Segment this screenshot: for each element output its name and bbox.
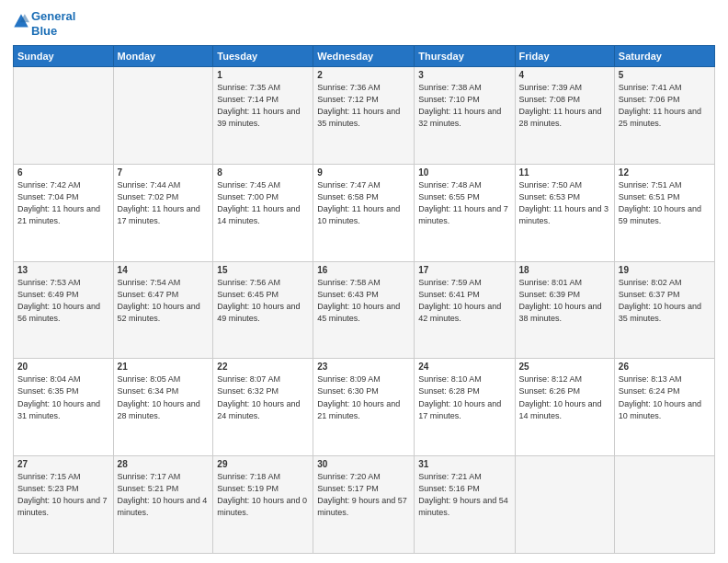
day-info: Sunrise: 7:39 AM Sunset: 7:08 PM Dayligh… (519, 82, 610, 130)
calendar-cell: 9Sunrise: 7:47 AM Sunset: 6:58 PM Daylig… (313, 164, 415, 261)
day-info: Sunrise: 7:42 AM Sunset: 7:04 PM Dayligh… (17, 179, 109, 227)
calendar-cell: 30Sunrise: 7:20 AM Sunset: 5:17 PM Dayli… (313, 456, 415, 554)
weekday-header: Friday (515, 46, 614, 67)
day-number: 15 (217, 265, 309, 275)
calendar-cell: 6Sunrise: 7:42 AM Sunset: 7:04 PM Daylig… (14, 164, 114, 261)
day-number: 7 (118, 167, 210, 178)
day-info: Sunrise: 7:59 AM Sunset: 6:41 PM Dayligh… (418, 277, 510, 325)
day-number: 9 (317, 167, 410, 178)
calendar-cell: 18Sunrise: 8:01 AM Sunset: 6:39 PM Dayli… (515, 261, 614, 359)
day-number: 24 (418, 362, 510, 372)
day-info: Sunrise: 8:10 AM Sunset: 6:28 PM Dayligh… (418, 373, 510, 421)
calendar-cell: 17Sunrise: 7:59 AM Sunset: 6:41 PM Dayli… (415, 261, 515, 359)
day-number: 1 (217, 70, 309, 80)
header: General Blue (13, 9, 715, 38)
day-number: 14 (118, 265, 210, 275)
day-info: Sunrise: 7:48 AM Sunset: 6:55 PM Dayligh… (418, 179, 510, 227)
day-info: Sunrise: 7:50 AM Sunset: 6:53 PM Dayligh… (519, 179, 610, 227)
calendar-cell: 29Sunrise: 7:18 AM Sunset: 5:19 PM Dayli… (213, 456, 313, 554)
day-info: Sunrise: 7:18 AM Sunset: 5:19 PM Dayligh… (217, 471, 309, 519)
day-number: 6 (17, 167, 109, 178)
day-number: 28 (118, 459, 210, 469)
day-info: Sunrise: 7:45 AM Sunset: 7:00 PM Dayligh… (217, 179, 309, 227)
weekday-header: Thursday (415, 46, 515, 67)
day-info: Sunrise: 8:02 AM Sunset: 6:37 PM Dayligh… (619, 277, 711, 325)
day-number: 25 (519, 362, 610, 372)
day-info: Sunrise: 7:20 AM Sunset: 5:17 PM Dayligh… (317, 471, 410, 519)
weekday-header: Wednesday (313, 46, 415, 67)
day-number: 12 (619, 167, 711, 178)
day-info: Sunrise: 7:53 AM Sunset: 6:49 PM Dayligh… (17, 277, 109, 325)
day-info: Sunrise: 7:38 AM Sunset: 7:10 PM Dayligh… (418, 82, 510, 130)
day-info: Sunrise: 8:09 AM Sunset: 6:30 PM Dayligh… (317, 373, 410, 421)
calendar-cell: 23Sunrise: 8:09 AM Sunset: 6:30 PM Dayli… (313, 359, 415, 456)
day-info: Sunrise: 8:12 AM Sunset: 6:26 PM Dayligh… (519, 373, 610, 421)
day-number: 29 (217, 459, 309, 469)
day-info: Sunrise: 7:36 AM Sunset: 7:12 PM Dayligh… (317, 82, 410, 130)
calendar-cell: 4Sunrise: 7:39 AM Sunset: 7:08 PM Daylig… (515, 67, 614, 165)
day-number: 5 (619, 70, 711, 80)
day-number: 22 (217, 362, 309, 372)
calendar-cell: 27Sunrise: 7:15 AM Sunset: 5:23 PM Dayli… (14, 456, 114, 554)
calendar-cell (113, 67, 213, 165)
day-number: 8 (217, 167, 309, 178)
day-number: 20 (17, 362, 109, 372)
day-number: 4 (519, 70, 610, 80)
calendar-cell: 21Sunrise: 8:05 AM Sunset: 6:34 PM Dayli… (113, 359, 213, 456)
calendar-cell (614, 456, 714, 554)
day-number: 23 (317, 362, 410, 372)
day-number: 21 (118, 362, 210, 372)
day-number: 31 (418, 459, 510, 469)
calendar-cell: 5Sunrise: 7:41 AM Sunset: 7:06 PM Daylig… (614, 67, 714, 165)
day-info: Sunrise: 8:07 AM Sunset: 6:32 PM Dayligh… (217, 373, 309, 421)
weekday-header: Sunday (14, 46, 114, 67)
calendar-cell: 22Sunrise: 8:07 AM Sunset: 6:32 PM Dayli… (213, 359, 313, 456)
day-number: 26 (619, 362, 711, 372)
calendar-cell: 8Sunrise: 7:45 AM Sunset: 7:00 PM Daylig… (213, 164, 313, 261)
day-number: 19 (619, 265, 711, 275)
calendar-cell (515, 456, 614, 554)
weekday-header: Monday (113, 46, 213, 67)
day-number: 3 (418, 70, 510, 80)
day-info: Sunrise: 8:01 AM Sunset: 6:39 PM Dayligh… (519, 277, 610, 325)
calendar-cell: 16Sunrise: 7:58 AM Sunset: 6:43 PM Dayli… (313, 261, 415, 359)
calendar-cell: 26Sunrise: 8:13 AM Sunset: 6:24 PM Dayli… (614, 359, 714, 456)
day-number: 17 (418, 265, 510, 275)
calendar-cell (14, 67, 114, 165)
day-number: 13 (17, 265, 109, 275)
day-info: Sunrise: 7:58 AM Sunset: 6:43 PM Dayligh… (317, 277, 410, 325)
calendar-cell: 14Sunrise: 7:54 AM Sunset: 6:47 PM Dayli… (113, 261, 213, 359)
calendar-cell: 1Sunrise: 7:35 AM Sunset: 7:14 PM Daylig… (213, 67, 313, 165)
day-number: 18 (519, 265, 610, 275)
calendar-cell: 31Sunrise: 7:21 AM Sunset: 5:16 PM Dayli… (415, 456, 515, 554)
calendar-cell: 3Sunrise: 7:38 AM Sunset: 7:10 PM Daylig… (415, 67, 515, 165)
calendar-cell: 19Sunrise: 8:02 AM Sunset: 6:37 PM Dayli… (614, 261, 714, 359)
calendar-cell: 7Sunrise: 7:44 AM Sunset: 7:02 PM Daylig… (113, 164, 213, 261)
day-info: Sunrise: 7:41 AM Sunset: 7:06 PM Dayligh… (619, 82, 711, 130)
weekday-header: Tuesday (213, 46, 313, 67)
day-number: 27 (17, 459, 109, 469)
day-number: 30 (317, 459, 410, 469)
day-number: 11 (519, 167, 610, 178)
calendar-cell: 10Sunrise: 7:48 AM Sunset: 6:55 PM Dayli… (415, 164, 515, 261)
calendar-cell: 13Sunrise: 7:53 AM Sunset: 6:49 PM Dayli… (14, 261, 114, 359)
logo: General Blue (13, 9, 75, 38)
day-info: Sunrise: 8:13 AM Sunset: 6:24 PM Dayligh… (619, 373, 711, 421)
day-info: Sunrise: 7:17 AM Sunset: 5:21 PM Dayligh… (118, 471, 210, 519)
calendar-cell: 24Sunrise: 8:10 AM Sunset: 6:28 PM Dayli… (415, 359, 515, 456)
day-info: Sunrise: 8:05 AM Sunset: 6:34 PM Dayligh… (118, 373, 210, 421)
logo-icon (13, 13, 29, 29)
calendar-cell: 28Sunrise: 7:17 AM Sunset: 5:21 PM Dayli… (113, 456, 213, 554)
weekday-header: Saturday (614, 46, 714, 67)
day-info: Sunrise: 7:35 AM Sunset: 7:14 PM Dayligh… (217, 82, 309, 130)
day-number: 10 (418, 167, 510, 178)
calendar-cell: 11Sunrise: 7:50 AM Sunset: 6:53 PM Dayli… (515, 164, 614, 261)
calendar-cell: 15Sunrise: 7:56 AM Sunset: 6:45 PM Dayli… (213, 261, 313, 359)
calendar-cell: 25Sunrise: 8:12 AM Sunset: 6:26 PM Dayli… (515, 359, 614, 456)
day-info: Sunrise: 7:15 AM Sunset: 5:23 PM Dayligh… (17, 471, 109, 519)
calendar-cell: 12Sunrise: 7:51 AM Sunset: 6:51 PM Dayli… (614, 164, 714, 261)
day-info: Sunrise: 7:51 AM Sunset: 6:51 PM Dayligh… (619, 179, 711, 227)
day-info: Sunrise: 7:47 AM Sunset: 6:58 PM Dayligh… (317, 179, 410, 227)
day-info: Sunrise: 7:21 AM Sunset: 5:16 PM Dayligh… (418, 471, 510, 519)
calendar-cell: 20Sunrise: 8:04 AM Sunset: 6:35 PM Dayli… (14, 359, 114, 456)
